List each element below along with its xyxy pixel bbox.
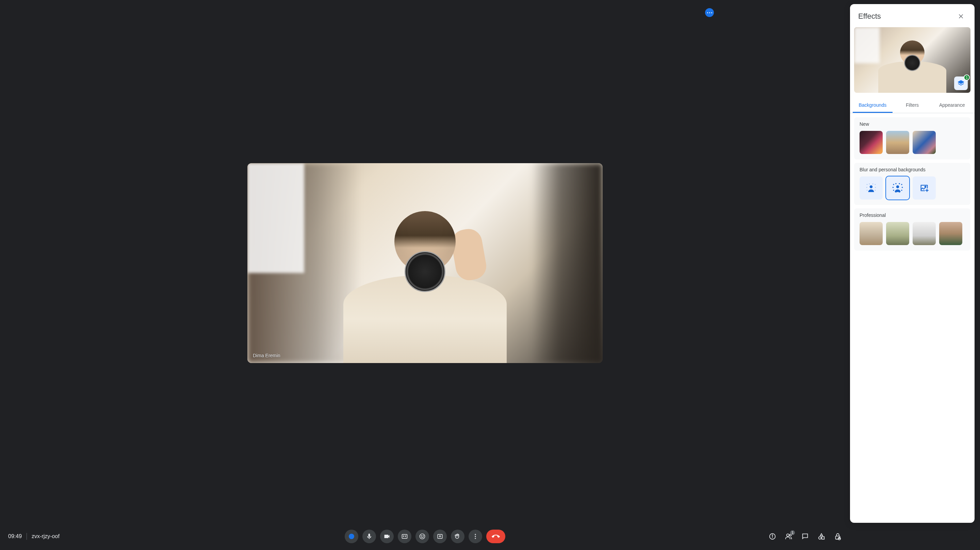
svg-rect-14 <box>822 537 824 539</box>
section-professional-title: Professional <box>859 212 965 218</box>
section-new: New <box>854 117 970 159</box>
svg-point-3 <box>423 536 424 536</box>
svg-point-39 <box>896 185 899 188</box>
background-option[interactable] <box>939 222 962 245</box>
captions-icon <box>401 533 408 540</box>
present-icon <box>437 533 443 540</box>
background-option[interactable] <box>859 222 883 245</box>
tab-appearance[interactable]: Appearance <box>932 98 972 113</box>
svg-point-13 <box>819 537 821 539</box>
svg-point-33 <box>892 187 894 188</box>
close-icon <box>958 13 964 20</box>
svg-point-34 <box>902 187 903 188</box>
svg-point-7 <box>475 538 476 539</box>
svg-point-36 <box>901 190 902 191</box>
section-blur: Blur and personal backgrounds <box>854 163 970 205</box>
more-vertical-icon <box>472 533 479 540</box>
close-effects-button[interactable] <box>954 10 968 23</box>
emoji-icon <box>419 533 426 540</box>
layers-icon <box>957 79 965 87</box>
background-option[interactable] <box>913 131 936 154</box>
svg-point-25 <box>875 187 876 188</box>
chat-icon <box>801 533 809 540</box>
svg-point-24 <box>866 187 867 188</box>
svg-point-6 <box>475 536 476 537</box>
captions-button[interactable] <box>398 529 411 543</box>
background-option[interactable] <box>886 222 909 245</box>
upload-background-button[interactable] <box>913 176 936 200</box>
chat-button[interactable] <box>801 532 809 540</box>
effects-panel-title: Effects <box>858 12 881 21</box>
host-controls-button[interactable] <box>834 532 842 540</box>
slight-blur-button[interactable] <box>859 176 883 200</box>
svg-point-27 <box>875 190 876 191</box>
background-option[interactable] <box>886 131 909 154</box>
call-controls-bar: 09:49 zvx-rjzy-oof <box>0 523 850 550</box>
microphone-button[interactable] <box>363 529 376 543</box>
background-option[interactable] <box>913 222 936 245</box>
svg-point-20 <box>867 184 868 185</box>
info-icon <box>769 533 776 540</box>
hangup-icon <box>492 532 500 540</box>
section-blur-title: Blur and personal backgrounds <box>859 167 965 172</box>
shapes-icon <box>818 533 825 540</box>
svg-point-40 <box>925 186 926 188</box>
svg-point-10 <box>772 535 773 536</box>
svg-point-11 <box>787 534 789 536</box>
camera-button[interactable] <box>380 529 394 543</box>
svg-point-26 <box>867 190 868 191</box>
status-indicator-icon <box>349 534 354 539</box>
svg-point-23 <box>875 184 876 185</box>
svg-point-1 <box>420 534 425 539</box>
present-screen-button[interactable] <box>433 529 447 543</box>
tab-backgrounds[interactable]: Backgrounds <box>853 98 892 113</box>
applied-effects-count: 1 <box>964 74 970 81</box>
section-new-title: New <box>859 121 965 127</box>
divider <box>27 533 27 540</box>
svg-point-35 <box>893 190 894 191</box>
svg-point-30 <box>895 183 896 184</box>
svg-point-21 <box>869 184 870 185</box>
svg-point-28 <box>870 185 873 188</box>
meeting-details-button[interactable] <box>768 532 776 540</box>
effects-tabs: Backgrounds Filters Appearance <box>850 98 975 113</box>
overflow-options-button[interactable] <box>705 8 714 17</box>
blur-button[interactable] <box>886 176 909 200</box>
svg-point-31 <box>899 183 900 184</box>
more-horizontal-icon <box>707 12 712 13</box>
slight-blur-icon <box>865 182 877 194</box>
participants-button[interactable]: 1 <box>785 532 793 540</box>
raise-hand-button[interactable] <box>451 529 465 543</box>
svg-point-29 <box>893 184 894 185</box>
tab-filters[interactable]: Filters <box>892 98 932 113</box>
blur-icon <box>892 182 904 194</box>
effects-preview: 1 <box>854 27 970 93</box>
svg-point-22 <box>872 184 873 185</box>
svg-point-5 <box>475 534 476 535</box>
participant-name-label: Dima Eremin <box>253 353 280 358</box>
hand-icon <box>454 533 461 540</box>
upload-image-icon <box>920 183 929 193</box>
participant-count-badge: 1 <box>790 530 795 535</box>
reactions-button[interactable] <box>415 529 429 543</box>
section-professional: Professional <box>854 208 970 250</box>
clock-label: 09:49 <box>8 533 22 539</box>
more-options-button[interactable] <box>469 529 482 543</box>
svg-point-32 <box>901 184 902 185</box>
video-stage: Dima Eremin <box>0 0 850 523</box>
svg-rect-0 <box>402 534 407 539</box>
camera-icon <box>383 533 390 540</box>
lock-person-icon <box>834 533 842 540</box>
activities-button[interactable] <box>817 532 826 540</box>
svg-point-2 <box>421 536 422 536</box>
microphone-icon <box>366 533 372 540</box>
applied-effects-button[interactable]: 1 <box>954 76 968 90</box>
effects-panel: Effects 1 Backgrounds Filters Appearance… <box>850 4 975 523</box>
background-option[interactable] <box>859 131 883 154</box>
status-indicator-button[interactable] <box>345 529 358 543</box>
self-video-tile[interactable]: Dima Eremin <box>247 163 603 363</box>
meeting-code-label: zvx-rjzy-oof <box>32 533 60 539</box>
leave-call-button[interactable] <box>486 529 505 543</box>
